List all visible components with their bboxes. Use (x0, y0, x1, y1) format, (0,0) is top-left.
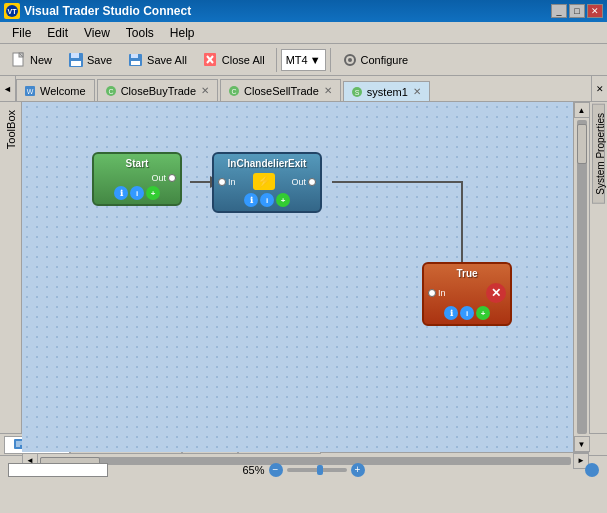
true-in-dot (428, 289, 436, 297)
vscroll-up[interactable]: ▲ (574, 102, 590, 118)
save-icon (68, 52, 84, 68)
tab-close-all-btn[interactable]: ✕ (591, 76, 607, 101)
toolbox-label: ToolBox (3, 106, 19, 153)
chandelier-out-dot (308, 178, 316, 186)
separator-1 (276, 48, 277, 72)
menu-view[interactable]: View (76, 24, 118, 42)
close-sell-tab-icon: C (227, 84, 241, 98)
menu-bar: File Edit View Tools Help (0, 22, 607, 44)
tab-system1-close[interactable]: ✕ (413, 86, 421, 97)
minimize-button[interactable]: _ (551, 4, 567, 18)
platform-value: MT4 (286, 54, 308, 66)
status-indicator (585, 463, 599, 477)
true-in-port: In (428, 288, 446, 298)
status-right (365, 463, 599, 477)
canvas-content: Start Out ℹ i + (22, 102, 573, 452)
dropdown-arrow-icon: ▼ (310, 54, 321, 66)
menu-tools[interactable]: Tools (118, 24, 162, 42)
welcome-tab-icon: W (23, 84, 37, 98)
window-controls: _ □ ✕ (551, 4, 603, 18)
tab-welcome[interactable]: W Welcome (16, 79, 95, 101)
start-out-label: Out (151, 173, 166, 183)
svg-rect-6 (71, 53, 79, 58)
main-container: ToolBox (0, 102, 607, 433)
zoom-slider-thumb[interactable] (317, 465, 323, 475)
true-add-btn[interactable]: + (476, 306, 490, 320)
chandelier-out-label: Out (291, 177, 306, 187)
start-node-icons: ℹ i + (98, 186, 176, 200)
title-bar: VT Visual Trader Studio Connect _ □ ✕ (0, 0, 607, 22)
tab-close-buy-label: CloseBuyTrade (121, 85, 196, 97)
svg-rect-7 (71, 61, 81, 66)
separator-2 (330, 48, 331, 72)
true-node-icons: ℹ i + (428, 306, 506, 320)
tab-close-buy-close[interactable]: ✕ (201, 85, 209, 96)
window-title: Visual Trader Studio Connect (24, 4, 551, 18)
chandelier-help-btn[interactable]: i (260, 193, 274, 207)
tab-system1-label: system1 (367, 86, 408, 98)
true-node-title: True (428, 268, 506, 279)
start-help-btn[interactable]: i (130, 186, 144, 200)
new-button[interactable]: New (4, 47, 59, 73)
close-buy-tab-icon: C (104, 84, 118, 98)
svg-text:C: C (108, 88, 113, 95)
menu-file[interactable]: File (4, 24, 39, 42)
save-all-label: Save All (147, 54, 187, 66)
true-help-btn[interactable]: i (460, 306, 474, 320)
start-node-body: Out (98, 173, 176, 183)
tabs-container: W Welcome C CloseBuyTrade ✕ C Clos (16, 76, 591, 101)
true-node-body: In ✕ (428, 283, 506, 303)
chandelier-node-icons: ℹ i + (218, 193, 316, 207)
status-field (8, 463, 108, 477)
zoom-in-btn[interactable]: + (351, 463, 365, 477)
tab-system1[interactable]: S system1 ✕ (343, 81, 430, 101)
canvas-area[interactable]: Start Out ℹ i + (22, 102, 573, 452)
node-true[interactable]: True In ✕ ℹ i + (422, 262, 512, 326)
vscroll-track (577, 120, 587, 434)
maximize-button[interactable]: □ (569, 4, 585, 18)
right-panel: System Properties (589, 102, 607, 433)
chandelier-in-label: In (228, 177, 236, 187)
chandelier-add-btn[interactable]: + (276, 193, 290, 207)
start-add-btn[interactable]: + (146, 186, 160, 200)
zoom-out-btn[interactable]: − (269, 463, 283, 477)
close-all-label: Close All (222, 54, 265, 66)
platform-dropdown[interactable]: MT4 ▼ (281, 49, 326, 71)
close-all-button[interactable]: Close All (196, 47, 272, 73)
save-all-button[interactable]: Save All (121, 47, 194, 73)
canvas-harea: Start Out ℹ i + (22, 102, 589, 452)
vscroll-down[interactable]: ▼ (574, 436, 590, 452)
svg-rect-10 (131, 61, 140, 65)
close-button[interactable]: ✕ (587, 4, 603, 18)
new-icon (11, 52, 27, 68)
chandelier-in-port: In (218, 177, 236, 187)
start-out-dot (168, 174, 176, 182)
chandelier-info-btn[interactable]: ℹ (244, 193, 258, 207)
tab-close-buy[interactable]: C CloseBuyTrade ✕ (97, 79, 218, 101)
system-properties-tab[interactable]: System Properties (592, 104, 605, 204)
configure-icon (342, 52, 358, 68)
toolbox-panel: ToolBox (0, 102, 22, 433)
chandelier-node-title: InChandelierExit (218, 158, 316, 169)
start-out-port: Out (151, 173, 176, 183)
menu-edit[interactable]: Edit (39, 24, 76, 42)
svg-text:S: S (355, 89, 360, 96)
save-all-icon (128, 52, 144, 68)
true-in-label: In (438, 288, 446, 298)
vscroll-thumb[interactable] (577, 124, 587, 164)
tab-scroll-left[interactable]: ◄ (0, 76, 16, 101)
tab-close-sell-label: CloseSellTrade (244, 85, 319, 97)
configure-button[interactable]: Configure (335, 47, 416, 73)
node-start[interactable]: Start Out ℹ i + (92, 152, 182, 206)
status-left (8, 463, 242, 477)
tab-close-sell[interactable]: C CloseSellTrade ✕ (220, 79, 341, 101)
save-button[interactable]: Save (61, 47, 119, 73)
chandelier-in-dot (218, 178, 226, 186)
close-all-icon (203, 52, 219, 68)
node-chandelier[interactable]: InChandelierExit In ⚡ Out (212, 152, 322, 213)
menu-help[interactable]: Help (162, 24, 203, 42)
vertical-scrollbar[interactable]: ▲ ▼ (573, 102, 589, 452)
start-info-btn[interactable]: ℹ (114, 186, 128, 200)
true-info-btn[interactable]: ℹ (444, 306, 458, 320)
tab-close-sell-close[interactable]: ✕ (324, 85, 332, 96)
